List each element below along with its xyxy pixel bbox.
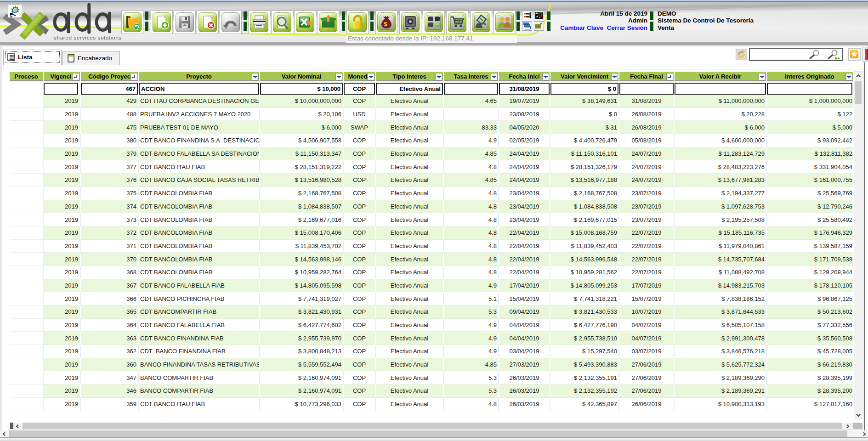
svg-text:shared services solutions: shared services solutions [54,35,122,40]
svg-text:$: $ [384,21,388,28]
